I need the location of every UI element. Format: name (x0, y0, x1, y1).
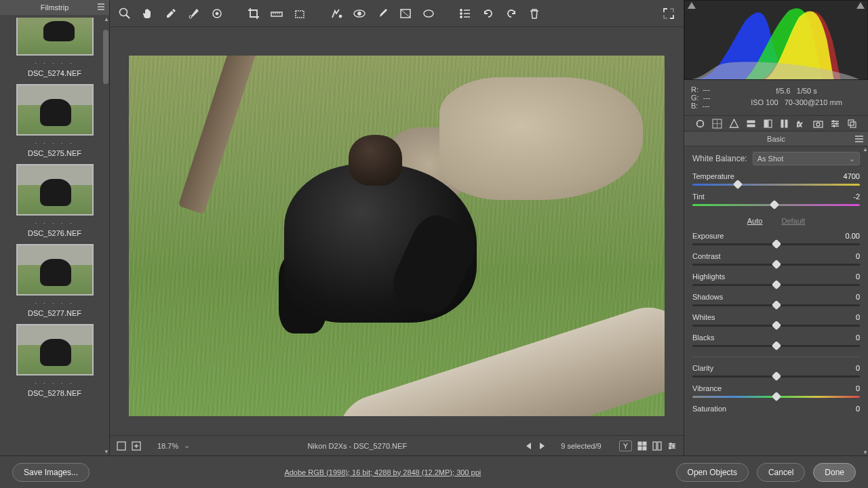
panel-tabs: fx (684, 115, 868, 131)
contrast-value[interactable]: 0 (856, 252, 860, 260)
contrast-slider[interactable] (692, 262, 860, 268)
blacks-value[interactable]: 0 (856, 333, 860, 342)
view-single-icon[interactable] (117, 441, 126, 451)
color-sampler-icon[interactable] (187, 7, 201, 20)
filmstrip-item[interactable]: · · · · · DSC_5274.NEF (11, 18, 99, 77)
rgb-readout: R: --- G: --- B: --- f/5.6 1/50 s ISO 10… (684, 80, 868, 115)
toolbar (110, 0, 684, 27)
tab-lens-icon[interactable] (779, 119, 789, 129)
rotate-cw-icon[interactable] (505, 7, 518, 20)
filmstrip-item[interactable]: · · · · · DSC_5278.NEF (11, 324, 99, 397)
tab-fx-icon[interactable]: fx (796, 119, 806, 129)
filmstrip-item[interactable]: · · · · · DSC_5277.NEF (11, 244, 99, 317)
zoom-dropdown-icon[interactable]: ⌄ (184, 441, 190, 450)
canvas-area[interactable] (110, 27, 684, 435)
right-panel: R: --- G: --- B: --- f/5.6 1/50 s ISO 10… (684, 0, 868, 455)
scroll-up-icon[interactable]: ▲ (863, 146, 868, 152)
auto-link[interactable]: Auto (747, 217, 763, 225)
radial-icon[interactable] (422, 7, 435, 20)
open-objects-button[interactable]: Open Objects (676, 463, 749, 482)
tab-detail-icon[interactable] (729, 119, 739, 129)
hand-icon[interactable] (141, 7, 155, 20)
status-bar: 18.7% ⌄ Nikon D2Xs - DSC_5270.NEF 9 sele… (110, 435, 684, 455)
straighten-icon[interactable] (270, 7, 283, 20)
crop-icon[interactable] (247, 7, 260, 20)
tab-curve-icon[interactable] (712, 119, 722, 129)
thumbnail[interactable] (16, 164, 94, 216)
shadows-slider[interactable] (692, 302, 860, 309)
lens-value: 70-300@210 mm (785, 98, 842, 106)
spot-removal-icon[interactable] (330, 7, 343, 20)
tab-split-icon[interactable] (763, 119, 773, 129)
brush-icon[interactable] (376, 7, 389, 20)
filmstrip-item[interactable]: · · · · · DSC_5275.NEF (11, 84, 99, 157)
redeye-icon[interactable] (353, 7, 366, 20)
clarity-value[interactable]: 0 (856, 364, 860, 372)
wb-select[interactable]: As Shot (753, 152, 860, 165)
tab-basic-icon[interactable] (695, 119, 705, 129)
svg-point-24 (673, 445, 675, 447)
histogram[interactable] (684, 0, 868, 80)
vibrance-slider[interactable] (692, 394, 860, 401)
tab-hsl-icon[interactable] (746, 119, 756, 129)
tab-camera-icon[interactable] (813, 119, 823, 129)
zoom-level[interactable]: 18.7% (157, 442, 178, 450)
thumbnail[interactable] (16, 84, 94, 136)
image-info-link[interactable]: Adobe RGB (1998); 16 bit; 4288 by 2848 (… (284, 468, 481, 476)
list-icon[interactable] (458, 7, 472, 20)
exposure-slider[interactable] (692, 241, 860, 248)
exposure-value[interactable]: 0.00 (846, 232, 860, 240)
panel-menu-icon[interactable] (854, 134, 864, 144)
done-button[interactable]: Done (813, 463, 856, 482)
gradient-icon[interactable] (399, 7, 412, 20)
sliders-icon[interactable] (667, 441, 677, 451)
svg-rect-31 (768, 120, 772, 127)
zoom-icon[interactable] (118, 7, 132, 20)
compare-toggle[interactable]: Y (619, 441, 632, 451)
clarity-slider[interactable] (692, 373, 860, 380)
thumbnail[interactable] (16, 18, 94, 56)
temperature-slider[interactable] (692, 182, 860, 188)
thumb-filename: DSC_5276.NEF (11, 229, 99, 237)
whites-value[interactable]: 0 (856, 313, 860, 321)
basic-panel: White Balance: As Shot Temperature4700 T… (684, 146, 868, 455)
target-adjust-icon[interactable] (210, 7, 224, 20)
next-image-button[interactable] (538, 441, 546, 451)
tab-presets-icon[interactable] (830, 119, 840, 129)
blacks-slider[interactable] (692, 343, 860, 350)
scroll-up-icon[interactable]: ▲ (104, 16, 108, 22)
scroll-down-icon[interactable]: ▼ (863, 449, 868, 455)
filmstrip-scrollbar[interactable]: ▲ ▼ (102, 15, 109, 455)
tab-snapshot-icon[interactable] (847, 119, 857, 129)
thumb-rating-dots: · · · · · (11, 300, 99, 306)
clarity-label: Clarity (692, 364, 713, 372)
save-images-button[interactable]: Save Images... (12, 463, 90, 482)
panel-menu-icon[interactable] (97, 3, 105, 11)
whites-slider[interactable] (692, 323, 860, 329)
eyedropper-icon[interactable] (164, 7, 178, 20)
temperature-value[interactable]: 4700 (844, 172, 860, 180)
view-add-icon[interactable] (132, 441, 141, 451)
tint-slider[interactable] (692, 202, 860, 209)
thumbnail[interactable] (16, 324, 94, 375)
shadows-value[interactable]: 0 (856, 293, 860, 301)
thumbnail[interactable] (16, 244, 94, 296)
split-view-icon[interactable] (652, 441, 662, 451)
scroll-thumb[interactable] (103, 30, 108, 84)
prev-image-button[interactable] (524, 441, 532, 451)
highlights-slider[interactable] (692, 282, 860, 289)
transform-icon[interactable] (293, 7, 307, 20)
scroll-down-icon[interactable]: ▼ (104, 449, 108, 454)
saturation-value[interactable]: 0 (856, 405, 860, 413)
vibrance-value[interactable]: 0 (856, 384, 860, 392)
cancel-button[interactable]: Cancel (757, 463, 805, 482)
panel-scrollbar[interactable]: ▲ ▼ (863, 146, 868, 455)
grid-view-icon[interactable] (637, 441, 647, 451)
trash-icon[interactable] (528, 7, 541, 20)
filmstrip-item[interactable]: · · · · · DSC_5276.NEF (11, 164, 99, 237)
tint-value[interactable]: -2 (853, 192, 860, 201)
highlights-value[interactable]: 0 (856, 272, 860, 281)
default-link[interactable]: Default (781, 217, 805, 225)
fullscreen-icon[interactable] (662, 7, 675, 20)
rotate-ccw-icon[interactable] (481, 7, 495, 20)
